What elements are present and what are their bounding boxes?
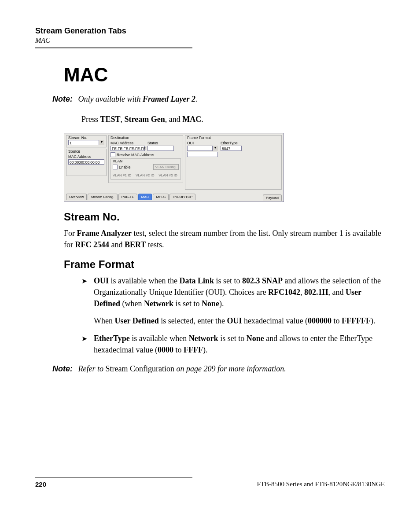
oui-value-field[interactable] [187,152,218,157]
footer-rule [35,477,192,478]
vlan-id-2-label: VLAN #2 ID [136,173,154,177]
note-label: Note: [52,95,73,103]
press-instruction: Press TEST, Stream Gen, and MAC. [81,114,385,125]
tab-overview[interactable]: Overview [66,194,87,200]
embedded-ui-screenshot: Stream No. 1 ▼ Source MAC Address 00:00:… [64,133,284,202]
tab-stream-config[interactable]: Stream Config. [88,194,117,200]
group-frame-format: Frame Format OUI ▼ Eth [185,135,282,190]
group-source: Source MAC Address 00:00:00:00:00:00 [66,149,107,176]
page-footer: 220 FTB-8500 Series and FTB-8120NGE/8130… [35,477,385,488]
tab-mpls[interactable]: MPLS [153,194,169,200]
note-availability: Note: Only available with Framed Layer 2… [52,95,385,104]
chevron-down-icon: ▼ [212,146,218,151]
source-mac-value: 00:00:00:00:00:00 [68,159,104,165]
source-mac-label: MAC Address [68,154,104,159]
oui-dropdown[interactable]: ▼ [187,146,218,151]
heading-stream-no: Stream No. [64,211,385,223]
note-label: Note: [52,364,73,373]
list-item: OUI is available when the Data Link is s… [81,275,385,326]
header-rule [35,47,192,48]
dest-status-value: -- [147,146,174,151]
tab-mac[interactable]: MAC [138,194,152,200]
page-title: MAC [64,64,385,86]
frame-format-list: OUI is available when the Data Link is s… [81,275,385,356]
tab-bar: Overview Stream Config. PBB-TE MAC MPLS … [66,194,282,200]
group-vlan: VLAN Enable VLAN Config. VLAN #1 ID [111,158,181,180]
vlan-config-button[interactable]: VLAN Config. [153,164,179,170]
stream-no-dropdown[interactable]: 1 ▼ [68,140,104,145]
chevron-down-icon: ▼ [99,140,104,145]
main-content: MAC Note: Only available with Framed Lay… [64,64,385,374]
checkbox-icon [113,165,118,169]
vlan-id-3-label: VLAN #3 ID [159,173,177,177]
heading-frame-format: Frame Format [64,258,385,271]
vlan-id-1-label: VLAN #1 ID [113,173,131,177]
para-stream-no: For Frame Analyzer test, select the stre… [64,227,385,250]
chapter-subsection: MAC [35,37,385,44]
ethertype-value: 8847 [221,146,242,151]
group-destination: Destination MAC Address FE:FE:FE:FE:FE:F… [108,135,183,183]
tab-pbb-te[interactable]: PBB-TE [118,194,137,200]
list-item: EtherType is available when Network is s… [81,333,385,356]
chapter-title: Stream Generation Tabs [35,26,385,36]
tab-ip-udp-tcp[interactable]: IP/UDP/TCP [169,194,195,200]
tab-payload[interactable]: Payload [263,194,282,201]
page-number: 220 [35,481,46,488]
running-header: Stream Generation Tabs MAC [35,26,385,48]
vlan-enable-checkbox[interactable]: Enable [113,165,130,169]
product-name: FTB-8500 Series and FTB-8120NGE/8130NGE [257,481,385,488]
group-stream-no: Stream No. 1 ▼ [66,135,107,147]
note-reference: Note: Refer to Stream Configuration on p… [52,364,385,374]
resolve-mac-checkbox[interactable]: Resolve MAC Address [111,152,181,157]
dest-mac-input[interactable]: FE:FE:FE:FE:FE:FE [111,146,145,151]
checkbox-icon [111,152,115,157]
